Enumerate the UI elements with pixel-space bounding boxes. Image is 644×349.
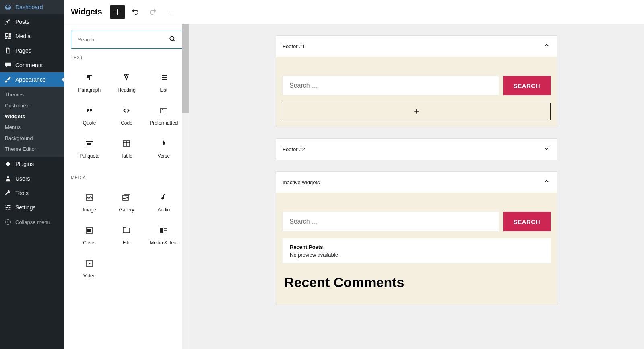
block-heading[interactable]: Heading bbox=[108, 66, 145, 99]
menu-appearance[interactable]: Appearance bbox=[0, 72, 64, 87]
menu-settings[interactable]: Settings bbox=[0, 200, 64, 215]
chevron-up-icon bbox=[543, 177, 551, 187]
collapse-icon bbox=[4, 218, 12, 226]
menu-media-label: Media bbox=[15, 33, 31, 39]
widget-area-header-inactive[interactable]: Inactive widgets bbox=[276, 172, 557, 193]
menu-posts-label: Posts bbox=[15, 18, 29, 25]
block-audio-label: Audio bbox=[157, 207, 170, 213]
block-image-label: Image bbox=[83, 207, 96, 213]
widget-area-footer-1: Footer #1 SEARCH bbox=[276, 35, 557, 127]
pin-icon bbox=[4, 18, 12, 26]
block-code-label: Code bbox=[121, 120, 132, 126]
menu-media[interactable]: Media bbox=[0, 29, 64, 43]
search-widget-input[interactable] bbox=[283, 76, 499, 95]
media-text-icon bbox=[159, 226, 169, 235]
toggle-inserter-button[interactable] bbox=[110, 5, 125, 19]
block-list-label: List bbox=[160, 87, 167, 93]
inserter-scrollbar[interactable] bbox=[182, 24, 189, 349]
block-quote[interactable]: Quote bbox=[71, 99, 108, 132]
block-video[interactable]: Video bbox=[71, 252, 108, 285]
menu-users[interactable]: Users bbox=[0, 171, 64, 186]
undo-button[interactable] bbox=[128, 5, 142, 19]
media-icon bbox=[4, 32, 12, 40]
block-inserter-panel: TEXT Paragraph Heading List bbox=[64, 24, 189, 349]
block-table[interactable]: Table bbox=[108, 132, 145, 165]
submenu-widgets[interactable]: Widgets bbox=[0, 111, 64, 122]
dashboard-icon bbox=[4, 3, 12, 11]
category-media-label: MEDIA bbox=[71, 175, 182, 180]
pullquote-icon bbox=[85, 139, 94, 148]
menu-comments-label: Comments bbox=[15, 62, 43, 68]
block-file[interactable]: File bbox=[108, 219, 145, 252]
search-widget-input[interactable] bbox=[283, 212, 499, 231]
block-verse-label: Verse bbox=[157, 153, 170, 159]
block-cover-label: Cover bbox=[83, 240, 96, 246]
menu-plugins[interactable]: Plugins bbox=[0, 157, 64, 171]
widget-area-header-footer-2[interactable]: Footer #2 bbox=[276, 139, 557, 160]
block-image[interactable]: Image bbox=[71, 186, 108, 219]
submenu-customize[interactable]: Customize bbox=[0, 100, 64, 111]
widget-area-title: Footer #2 bbox=[283, 146, 305, 152]
block-verse[interactable]: Verse bbox=[145, 132, 182, 165]
category-text-label: TEXT bbox=[71, 55, 182, 60]
legacy-widget-recent-posts[interactable]: Recent Posts No preview available. bbox=[283, 238, 551, 263]
editor-toolbar: Widgets bbox=[64, 0, 644, 24]
sliders-icon bbox=[4, 203, 12, 211]
menu-pages[interactable]: Pages bbox=[0, 43, 64, 58]
block-media-text-label: Media & Text bbox=[150, 240, 178, 246]
widget-area-header-footer-1[interactable]: Footer #1 bbox=[276, 36, 557, 57]
block-audio[interactable]: Audio bbox=[145, 186, 182, 219]
block-gallery[interactable]: Gallery bbox=[108, 186, 145, 219]
block-pullquote-label: Pullquote bbox=[79, 153, 99, 159]
plug-icon bbox=[4, 160, 12, 168]
block-pullquote[interactable]: Pullquote bbox=[71, 132, 108, 165]
block-paragraph[interactable]: Paragraph bbox=[71, 66, 108, 99]
undo-icon bbox=[130, 7, 140, 17]
comments-icon bbox=[4, 61, 12, 69]
block-heading-label: Heading bbox=[118, 87, 136, 93]
block-media-text[interactable]: Media & Text bbox=[145, 219, 182, 252]
menu-dashboard[interactable]: Dashboard bbox=[0, 0, 64, 14]
block-video-label: Video bbox=[83, 273, 95, 279]
block-cover[interactable]: Cover bbox=[71, 219, 108, 252]
svg-rect-8 bbox=[160, 228, 163, 233]
menu-tools-label: Tools bbox=[15, 190, 29, 196]
widget-area-inactive: Inactive widgets SEARCH Recent Posts No … bbox=[276, 171, 557, 305]
redo-button[interactable] bbox=[146, 5, 160, 19]
list-icon bbox=[159, 73, 169, 82]
block-list[interactable]: List bbox=[145, 66, 182, 99]
menu-appearance-label: Appearance bbox=[15, 76, 46, 83]
search-widget-button[interactable]: SEARCH bbox=[503, 212, 551, 231]
menu-comments[interactable]: Comments bbox=[0, 58, 64, 72]
svg-rect-7 bbox=[87, 229, 91, 232]
collapse-menu[interactable]: Collapse menu bbox=[0, 215, 64, 229]
search-widget-button[interactable]: SEARCH bbox=[503, 76, 551, 95]
widget-area-footer-2: Footer #2 bbox=[276, 138, 557, 160]
page-title: Widgets bbox=[71, 7, 102, 16]
submenu-theme-editor[interactable]: Theme Editor bbox=[0, 144, 64, 154]
block-code[interactable]: Code bbox=[108, 99, 145, 132]
svg-point-1 bbox=[6, 220, 11, 225]
heading-icon bbox=[122, 73, 131, 82]
menu-tools[interactable]: Tools bbox=[0, 186, 64, 200]
image-icon bbox=[85, 193, 94, 202]
submenu-background[interactable]: Background bbox=[0, 133, 64, 144]
add-block-button[interactable] bbox=[283, 103, 551, 120]
recent-comments-heading: Recent Comments bbox=[283, 275, 551, 298]
submenu-menus[interactable]: Menus bbox=[0, 122, 64, 133]
inserter-scrollbar-thumb[interactable] bbox=[182, 24, 189, 113]
chevron-up-icon bbox=[543, 41, 551, 51]
widget-area-title: Footer #1 bbox=[283, 43, 305, 49]
brush-icon bbox=[4, 76, 12, 84]
quote-icon bbox=[85, 106, 94, 115]
inserter-search-input[interactable] bbox=[71, 31, 182, 49]
chevron-down-icon bbox=[543, 144, 551, 154]
plus-icon bbox=[413, 107, 421, 115]
legacy-widget-title: Recent Posts bbox=[290, 244, 543, 250]
list-view-button[interactable] bbox=[163, 5, 178, 19]
submenu-themes[interactable]: Themes bbox=[0, 89, 64, 100]
collapse-label: Collapse menu bbox=[15, 219, 50, 225]
block-preformatted[interactable]: Preformatted bbox=[145, 99, 182, 132]
menu-posts[interactable]: Posts bbox=[0, 14, 64, 29]
search-icon bbox=[169, 35, 177, 45]
